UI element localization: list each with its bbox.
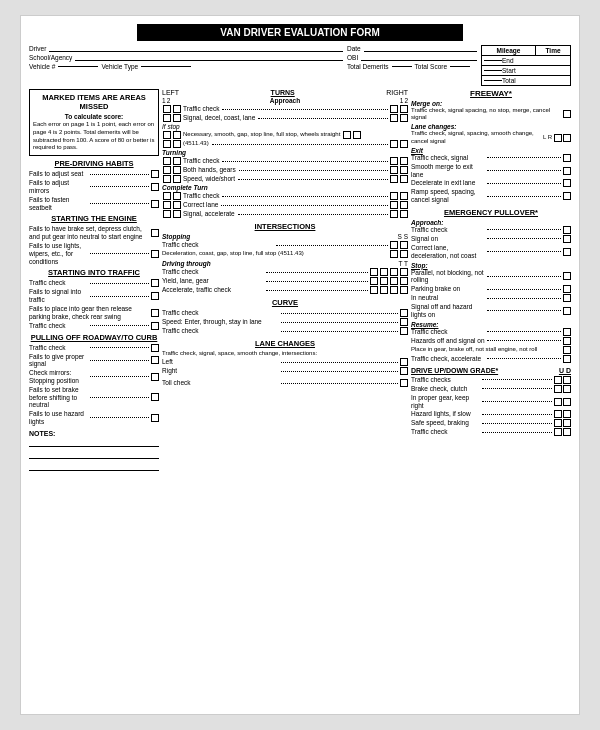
- checkbox[interactable]: [151, 344, 159, 352]
- checkbox[interactable]: [151, 229, 159, 237]
- checkbox[interactable]: [400, 250, 408, 258]
- checkbox[interactable]: [400, 105, 408, 113]
- checkbox[interactable]: [554, 428, 562, 436]
- checkbox[interactable]: [390, 140, 398, 148]
- checkbox[interactable]: [390, 157, 398, 165]
- checkbox[interactable]: [563, 235, 571, 243]
- checkbox[interactable]: [163, 140, 171, 148]
- checkbox[interactable]: [163, 131, 171, 139]
- checkbox[interactable]: [400, 268, 408, 276]
- checkbox[interactable]: [173, 131, 181, 139]
- checkbox[interactable]: [400, 327, 408, 335]
- checkbox[interactable]: [554, 134, 562, 142]
- checkbox[interactable]: [390, 286, 398, 294]
- checkbox[interactable]: [563, 385, 571, 393]
- checkbox[interactable]: [343, 131, 351, 139]
- checkbox[interactable]: [173, 192, 181, 200]
- checkbox[interactable]: [563, 328, 571, 336]
- checkbox[interactable]: [400, 277, 408, 285]
- checkbox[interactable]: [390, 241, 398, 249]
- checkbox[interactable]: [563, 285, 571, 293]
- checkbox[interactable]: [151, 279, 159, 287]
- checkbox[interactable]: [400, 241, 408, 249]
- checkbox[interactable]: [151, 373, 159, 381]
- checkbox[interactable]: [151, 414, 159, 422]
- checkbox[interactable]: [390, 250, 398, 258]
- checkbox[interactable]: [400, 286, 408, 294]
- checkbox[interactable]: [554, 419, 562, 427]
- checkbox[interactable]: [163, 201, 171, 209]
- checkbox[interactable]: [400, 210, 408, 218]
- checkbox[interactable]: [380, 286, 388, 294]
- checkbox[interactable]: [390, 114, 398, 122]
- checkbox[interactable]: [151, 292, 159, 300]
- checkbox[interactable]: [563, 419, 571, 427]
- checkbox[interactable]: [380, 277, 388, 285]
- checkbox[interactable]: [151, 250, 159, 258]
- checkbox[interactable]: [400, 201, 408, 209]
- checkbox[interactable]: [173, 175, 181, 183]
- checkbox[interactable]: [173, 140, 181, 148]
- checkbox[interactable]: [554, 398, 562, 406]
- checkbox[interactable]: [563, 134, 571, 142]
- checkbox[interactable]: [163, 105, 171, 113]
- checkbox[interactable]: [173, 201, 181, 209]
- checkbox[interactable]: [390, 201, 398, 209]
- checkbox[interactable]: [151, 356, 159, 364]
- checkbox[interactable]: [400, 192, 408, 200]
- checkbox[interactable]: [554, 410, 562, 418]
- checkbox[interactable]: [563, 179, 571, 187]
- checkbox[interactable]: [163, 166, 171, 174]
- checkbox[interactable]: [151, 170, 159, 178]
- checkbox[interactable]: [400, 114, 408, 122]
- checkbox[interactable]: [563, 167, 571, 175]
- checkbox[interactable]: [400, 379, 408, 387]
- checkbox[interactable]: [400, 309, 408, 317]
- checkbox[interactable]: [151, 309, 159, 317]
- checkbox[interactable]: [400, 140, 408, 148]
- checkbox[interactable]: [563, 226, 571, 234]
- checkbox[interactable]: [163, 157, 171, 165]
- checkbox[interactable]: [151, 393, 159, 401]
- checkbox[interactable]: [563, 294, 571, 302]
- checkbox[interactable]: [173, 105, 181, 113]
- checkbox[interactable]: [353, 131, 361, 139]
- checkbox[interactable]: [173, 210, 181, 218]
- checkbox[interactable]: [151, 200, 159, 208]
- checkbox[interactable]: [563, 307, 571, 315]
- checkbox[interactable]: [563, 154, 571, 162]
- checkbox[interactable]: [400, 157, 408, 165]
- checkbox[interactable]: [163, 192, 171, 200]
- checkbox[interactable]: [563, 346, 571, 354]
- checkbox[interactable]: [563, 376, 571, 384]
- checkbox[interactable]: [563, 248, 571, 256]
- checkbox[interactable]: [400, 318, 408, 326]
- checkbox[interactable]: [390, 277, 398, 285]
- checkbox[interactable]: [151, 322, 159, 330]
- checkbox[interactable]: [370, 286, 378, 294]
- checkbox[interactable]: [554, 385, 562, 393]
- checkbox[interactable]: [400, 175, 408, 183]
- checkbox[interactable]: [563, 428, 571, 436]
- checkbox[interactable]: [400, 367, 408, 375]
- checkbox[interactable]: [390, 210, 398, 218]
- checkbox[interactable]: [390, 175, 398, 183]
- checkbox[interactable]: [563, 398, 571, 406]
- checkbox[interactable]: [400, 166, 408, 174]
- checkbox[interactable]: [563, 192, 571, 200]
- checkbox[interactable]: [563, 337, 571, 345]
- checkbox[interactable]: [390, 268, 398, 276]
- checkbox[interactable]: [563, 355, 571, 363]
- checkbox[interactable]: [563, 272, 571, 280]
- checkbox[interactable]: [563, 110, 571, 118]
- checkbox[interactable]: [163, 175, 171, 183]
- checkbox[interactable]: [173, 166, 181, 174]
- checkbox[interactable]: [173, 114, 181, 122]
- checkbox[interactable]: [554, 376, 562, 384]
- checkbox[interactable]: [163, 210, 171, 218]
- checkbox[interactable]: [400, 358, 408, 366]
- checkbox[interactable]: [390, 166, 398, 174]
- checkbox[interactable]: [173, 157, 181, 165]
- checkbox[interactable]: [390, 105, 398, 113]
- checkbox[interactable]: [563, 410, 571, 418]
